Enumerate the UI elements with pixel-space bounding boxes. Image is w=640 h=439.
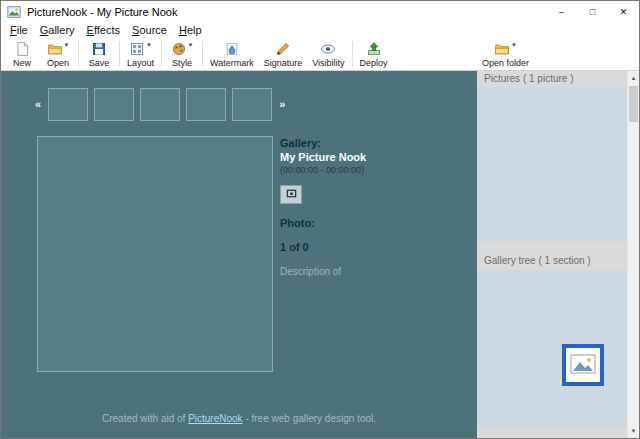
caption-buttons: – □ ✕ bbox=[546, 1, 639, 22]
footer-credit: Created with aid of PictureNook - free w… bbox=[1, 413, 477, 424]
filmstrip-thumbnail[interactable] bbox=[48, 88, 88, 121]
deploy-button[interactable]: Deploy bbox=[355, 38, 393, 70]
photo-position: 1 of 0 bbox=[280, 241, 465, 254]
toolbar-separator bbox=[161, 41, 162, 67]
filmstrip-thumbnail[interactable] bbox=[232, 88, 272, 121]
tool-label: Visibility bbox=[312, 58, 344, 69]
visibility-button[interactable]: Visibility bbox=[307, 38, 349, 70]
dropdown-caret[interactable]: ▼ bbox=[64, 42, 70, 48]
menu-source[interactable]: Source bbox=[126, 22, 173, 38]
open-button[interactable]: ▼ Open bbox=[40, 38, 76, 70]
filmstrip-next-button[interactable]: » bbox=[275, 87, 289, 121]
minimize-button[interactable]: – bbox=[546, 1, 577, 22]
gallery-options-button[interactable] bbox=[280, 185, 302, 204]
tool-label: Deploy bbox=[360, 58, 388, 69]
menu-file[interactable]: File bbox=[4, 22, 34, 38]
tool-label: Signature bbox=[264, 58, 303, 69]
footer-suffix: - free web gallery design tool. bbox=[243, 413, 376, 424]
toolbar-separator bbox=[352, 41, 353, 67]
toolbar-separator bbox=[78, 41, 79, 67]
tool-label: Style bbox=[172, 58, 192, 69]
tool-label: New bbox=[13, 58, 31, 69]
tool-label: Open bbox=[47, 58, 69, 69]
tool-label: Layout bbox=[127, 58, 154, 69]
toolbar-separator bbox=[119, 41, 120, 67]
new-button[interactable]: New bbox=[4, 38, 40, 70]
menu-gallery[interactable]: Gallery bbox=[34, 22, 81, 38]
gallery-tree-panel-header: Gallery tree ( 1 section ) bbox=[477, 242, 627, 270]
picturenook-link[interactable]: PictureNook bbox=[188, 413, 242, 424]
save-button[interactable]: Save bbox=[81, 38, 117, 70]
filmstrip-thumbnail[interactable] bbox=[94, 88, 134, 121]
menu-help[interactable]: Help bbox=[173, 22, 208, 38]
app-icon bbox=[7, 5, 21, 19]
dropdown-caret[interactable]: ▼ bbox=[188, 42, 194, 48]
gallery-tree-panel[interactable] bbox=[477, 270, 627, 428]
pictures-panel-header: Pictures ( 1 picture ) bbox=[477, 71, 627, 87]
layout-button[interactable]: ▼ Layout bbox=[122, 38, 159, 70]
maximize-button[interactable]: □ bbox=[577, 1, 608, 22]
filmstrip-thumbnail[interactable] bbox=[186, 88, 226, 121]
tool-label: Save bbox=[89, 58, 110, 69]
gallery-preview-area: « » Gallery: My Picture Nook (00:00:00 -… bbox=[1, 71, 477, 438]
gallery-options-icon bbox=[286, 188, 297, 201]
filmstrip-prev-button[interactable]: « bbox=[31, 87, 45, 121]
toolbar: New ▼ Open Save bbox=[1, 38, 639, 71]
filmstrip-thumbnail[interactable] bbox=[140, 88, 180, 121]
pictures-panel[interactable] bbox=[477, 87, 627, 242]
tool-label: Watermark bbox=[210, 58, 254, 69]
gallery-info-panel: Gallery: My Picture Nook (00:00:00 - 00:… bbox=[280, 136, 465, 278]
vertical-scrollbar[interactable]: ▲ ▼ bbox=[627, 71, 639, 438]
toolbar-separator bbox=[202, 41, 203, 67]
photo-description: Description of bbox=[280, 266, 465, 278]
watermark-button[interactable]: Watermark bbox=[205, 38, 259, 70]
scroll-down-button[interactable]: ▼ bbox=[628, 424, 639, 438]
dropdown-caret[interactable]: ▼ bbox=[146, 42, 152, 48]
gallery-time-range: (00:00:00 - 00:00:00) bbox=[280, 164, 465, 176]
titlebar[interactable]: PictureNook - My Picture Nook – □ ✕ bbox=[1, 1, 639, 22]
sidebar: Pictures ( 1 picture ) Gallery tree ( 1 … bbox=[477, 71, 627, 438]
signature-button[interactable]: Signature bbox=[259, 38, 308, 70]
section-image-icon bbox=[569, 350, 597, 380]
photo-display-canvas[interactable] bbox=[37, 136, 273, 372]
close-button[interactable]: ✕ bbox=[608, 1, 639, 22]
gallery-name: My Picture Nook bbox=[280, 150, 465, 164]
app-window: PictureNook - My Picture Nook – □ ✕ File… bbox=[0, 0, 640, 439]
filmstrip: « » bbox=[31, 87, 289, 121]
menu-effects[interactable]: Effects bbox=[81, 22, 126, 38]
gallery-tree-selected-section[interactable] bbox=[562, 344, 604, 386]
scrollbar-thumb[interactable] bbox=[629, 86, 638, 122]
content-area: « » Gallery: My Picture Nook (00:00:00 -… bbox=[1, 71, 639, 438]
tool-label: Open folder bbox=[482, 58, 529, 69]
photo-label: Photo: bbox=[280, 217, 465, 230]
menubar: File Gallery Effects Source Help bbox=[1, 22, 639, 38]
footer-prefix: Created with aid of bbox=[102, 413, 188, 424]
style-button[interactable]: ▼ Style bbox=[164, 38, 200, 70]
window-title: PictureNook - My Picture Nook bbox=[27, 6, 177, 18]
scroll-up-button[interactable]: ▲ bbox=[628, 71, 639, 85]
dropdown-caret[interactable]: ▼ bbox=[511, 42, 517, 48]
open-folder-button[interactable]: ▼ Open folder bbox=[477, 38, 534, 70]
gallery-label: Gallery: bbox=[280, 136, 465, 150]
